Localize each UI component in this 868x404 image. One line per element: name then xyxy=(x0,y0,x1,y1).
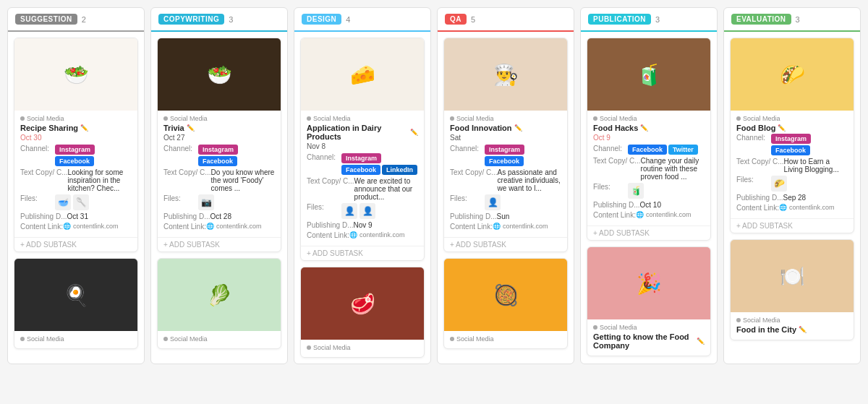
category-label: Social Media xyxy=(600,324,637,331)
column-badge-copywriting: COPYWRITING xyxy=(158,14,224,25)
card-title-text: Food Hacks xyxy=(593,124,638,132)
category-label: Social Media xyxy=(170,115,208,122)
link-label: Content Link: xyxy=(20,223,63,231)
edit-icon[interactable]: ✏️ xyxy=(799,326,807,333)
channel-tags: FacebookTwitter xyxy=(628,145,698,155)
card-category: Social Media xyxy=(163,335,275,343)
card-publication-1[interactable]: 🎉Social MediaGetting to know the Food Co… xyxy=(587,246,711,356)
column-copywriting: COPYWRITING3🥗Social MediaTrivia✏️Oct 27C… xyxy=(150,7,288,364)
link-text: contentlink.com xyxy=(216,223,262,230)
card-copywriting-0[interactable]: 🥗Social MediaTrivia✏️Oct 27Channel:Insta… xyxy=(157,38,281,252)
pub-label: Publishing D... xyxy=(20,212,67,220)
card-qa-0[interactable]: 👨‍🍳Social MediaFood Innovation✏️SatChann… xyxy=(443,38,568,252)
card-image-copywriting-1: 🥬 xyxy=(158,259,281,331)
add-subtask-button[interactable]: + ADD SUBTASK xyxy=(14,237,137,252)
kanban-board: SUGGESTION2🥗Social MediaRecipe Sharing✏️… xyxy=(0,0,868,371)
card-category: Social Media xyxy=(593,115,705,122)
card-evaluation-0[interactable]: 🌮Social MediaFood Blog✏️Channel:Instagra… xyxy=(730,38,854,233)
category-dot xyxy=(163,337,168,341)
card-qa-1[interactable]: 🥘Social Media xyxy=(443,258,568,349)
tag-facebook: Facebook xyxy=(485,156,524,166)
card-title-text: Getting to know the Food Company xyxy=(593,332,694,350)
globe-icon: 🌐 xyxy=(349,231,357,238)
edit-icon[interactable]: ✏️ xyxy=(80,124,88,132)
content-link[interactable]: 🌐contentlink.com xyxy=(206,223,262,230)
category-dot xyxy=(593,325,597,330)
tag-facebook: Facebook xyxy=(628,145,667,155)
add-subtask-button[interactable]: + ADD SUBTASK xyxy=(444,237,567,252)
content-link[interactable]: 🌐contentlink.com xyxy=(636,211,692,218)
category-dot xyxy=(20,116,25,121)
card-pub-row: Publishing D...Oct 31 xyxy=(20,212,132,220)
column-design: DESIGN4🧀Social MediaApplication in Dairy… xyxy=(294,7,431,364)
channel-label: Channel: xyxy=(20,145,55,152)
card-category: Social Media xyxy=(20,115,132,122)
globe-icon: 🌐 xyxy=(63,223,71,230)
pub-label: Publishing D... xyxy=(163,212,210,220)
card-suggestion-1[interactable]: 🍳Social Media xyxy=(14,258,138,349)
category-dot xyxy=(163,116,168,121)
text-label: Text Copy/ C... xyxy=(450,168,498,176)
edit-icon[interactable]: ✏️ xyxy=(640,124,648,132)
content-link[interactable]: 🌐contentlink.com xyxy=(493,223,548,230)
card-design-0[interactable]: 🧀Social MediaApplication in Dairy Produc… xyxy=(300,38,425,261)
tag-facebook: Facebook xyxy=(341,165,380,175)
tag-instagram: Instagram xyxy=(55,145,95,155)
content-link[interactable]: 🌐contentlink.com xyxy=(349,231,405,238)
card-suggestion-0[interactable]: 🥗Social MediaRecipe Sharing✏️Oct 30Chann… xyxy=(14,38,138,252)
file-thumbs: 👤 xyxy=(485,194,501,210)
add-subtask-button[interactable]: + ADD SUBTASK xyxy=(587,225,710,240)
card-category: Social Media xyxy=(450,335,561,343)
card-category: Social Media xyxy=(20,335,132,343)
tag-instagram: Instagram xyxy=(485,145,524,155)
link-text: contentlink.com xyxy=(646,211,692,218)
edit-icon[interactable]: ✏️ xyxy=(697,338,705,345)
edit-icon[interactable]: ✏️ xyxy=(778,124,786,132)
card-link-row: Content Link:🌐contentlink.com xyxy=(307,231,418,239)
link-text: contentlink.com xyxy=(359,231,405,238)
content-link[interactable]: 🌐contentlink.com xyxy=(779,204,835,211)
column-body-evaluation: 🌮Social MediaFood Blog✏️Channel:Instagra… xyxy=(724,32,860,346)
add-subtask-button[interactable]: + ADD SUBTASK xyxy=(301,246,424,260)
card-title: Application in Dairy Products✏️ xyxy=(307,124,418,141)
category-label: Social Media xyxy=(313,115,351,122)
column-body-qa: 👨‍🍳Social MediaFood Innovation✏️SatChann… xyxy=(438,32,574,355)
category-label: Social Media xyxy=(27,115,64,122)
category-dot xyxy=(20,337,25,341)
category-dot xyxy=(450,116,454,121)
column-badge-evaluation: EVALUATION xyxy=(731,14,791,25)
category-dot xyxy=(307,116,311,121)
column-count-copywriting: 3 xyxy=(229,15,233,24)
card-design-1[interactable]: 🥩Social Media xyxy=(300,267,425,358)
column-body-copywriting: 🥗Social MediaTrivia✏️Oct 27Channel:Insta… xyxy=(151,32,287,355)
add-subtask-button[interactable]: + ADD SUBTASK xyxy=(158,237,281,252)
channel-tags: InstagramFacebook xyxy=(198,145,275,166)
column-count-suggestion: 2 xyxy=(82,15,86,24)
card-link-row: Content Link:🌐contentlink.com xyxy=(450,223,561,231)
card-files-row: Files:🧃 xyxy=(593,183,705,199)
content-link[interactable]: 🌐contentlink.com xyxy=(63,223,119,230)
card-content-copywriting-1: Social Media xyxy=(158,331,281,348)
card-date: Nov 8 xyxy=(307,142,418,150)
globe-icon: 🌐 xyxy=(493,223,501,230)
text-label: Text Copy/ C... xyxy=(593,157,641,165)
column-header-evaluation: EVALUATION3 xyxy=(724,8,860,32)
card-pub-row: Publishing D...Sun xyxy=(450,212,561,220)
column-count-evaluation: 3 xyxy=(796,15,800,24)
column-count-publication: 3 xyxy=(655,15,660,24)
card-publication-0[interactable]: 🧃Social MediaFood Hacks✏️Oct 9Channel:Fa… xyxy=(587,38,711,241)
tag-facebook: Facebook xyxy=(55,156,94,166)
edit-icon[interactable]: ✏️ xyxy=(187,124,195,132)
link-text: contentlink.com xyxy=(503,223,548,230)
link-label: Content Link: xyxy=(736,204,779,212)
text-value: Do you know where the word 'Foody' comes… xyxy=(211,168,275,192)
card-content-publication-0: Social MediaFood Hacks✏️Oct 9Channel:Fac… xyxy=(587,111,710,225)
edit-icon[interactable]: ✏️ xyxy=(410,129,418,136)
add-subtask-button[interactable]: + ADD SUBTASK xyxy=(731,218,854,233)
card-evaluation-1[interactable]: 🍽️Social MediaFood in the City✏️ xyxy=(730,239,854,340)
card-link-row: Content Link:🌐contentlink.com xyxy=(163,223,275,231)
edit-icon[interactable]: ✏️ xyxy=(514,124,522,132)
card-copywriting-1[interactable]: 🥬Social Media xyxy=(157,258,281,349)
category-label: Social Media xyxy=(170,335,208,343)
text-value: How to Earn a Living Blogging... xyxy=(784,158,848,173)
